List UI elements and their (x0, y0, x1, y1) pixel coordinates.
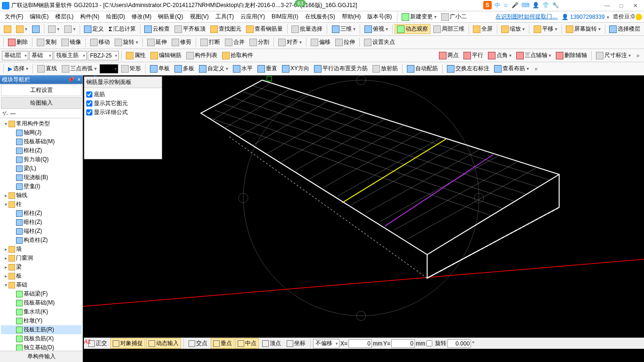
user-id[interactable]: 👤 13907298339 ▾ (561, 14, 609, 20)
perpendicular-snap[interactable]: 垂点 (211, 338, 234, 349)
tree-node[interactable]: ▸墙 (1, 245, 82, 254)
menu-floor[interactable]: 楼层(L) (52, 12, 76, 22)
extend-button[interactable]: 延伸 (145, 37, 169, 47)
custom-button[interactable]: 自定义▾ (197, 64, 230, 74)
coin-balance[interactable]: 造价豆:0 (613, 13, 642, 21)
ime-emoji-icon[interactable]: ☺ (503, 2, 509, 8)
menu-help[interactable]: 帮助(H) (339, 12, 364, 22)
flat-roof-button[interactable]: 平齐板顶 (173, 24, 207, 34)
edit-rebar-button[interactable]: 编辑钢筋 (149, 50, 183, 60)
ime-wrench-icon[interactable]: 🔧 (552, 2, 559, 8)
notification-badge[interactable]: 63 (295, 0, 306, 7)
menu-file[interactable]: 文件(F) (2, 12, 26, 22)
menu-draw[interactable]: 绘图(D) (103, 12, 128, 22)
edge-force-button[interactable]: 平行边布置受力筋 (312, 64, 370, 74)
object-snap-toggle[interactable]: 对象捕捉 (110, 338, 145, 349)
opt-show-formula[interactable]: 显示详细公式 (86, 108, 160, 117)
two-point-button[interactable]: 两点 (437, 50, 461, 60)
menu-online[interactable]: 在线服务(S) (302, 12, 338, 22)
tree-node[interactable]: 壁龛(I) (1, 182, 82, 191)
color-dropdown[interactable] (99, 64, 118, 74)
offset-button[interactable]: 偏移 (309, 37, 332, 47)
y-input[interactable] (391, 339, 415, 348)
undo-button[interactable]: ▾ (46, 25, 61, 34)
tree-node[interactable]: ▸轴线 (1, 191, 82, 200)
delete-aux-button[interactable]: 删除辅轴 (554, 50, 589, 60)
tree-node[interactable]: 筏板负筋(X) (1, 334, 82, 343)
sogou-icon[interactable]: S (483, 1, 492, 9)
view3d-button[interactable]: 三维▾ (330, 24, 357, 34)
rotate-check[interactable]: 旋转 (426, 339, 446, 347)
tree-node[interactable]: 现浇板(B) (1, 173, 82, 182)
properties-button[interactable]: 属性 (124, 50, 148, 60)
tree-node[interactable]: 独立基础(D) (1, 343, 82, 351)
batch-select-button[interactable]: 批量选择 (289, 24, 324, 34)
member-list-button[interactable]: 构件列表 (184, 50, 219, 60)
xy-direction-button[interactable]: XY方向 (280, 64, 311, 74)
maximize-button[interactable]: □ (619, 2, 624, 9)
tree-node[interactable]: 框柱(Z) (1, 209, 82, 218)
ime-mic-icon[interactable]: 🎤 (512, 2, 519, 8)
three-point-aux-button[interactable]: 三点辅轴▾ (514, 50, 553, 60)
coord-snap[interactable]: 坐标 (284, 338, 308, 349)
expand-icon[interactable]: ⁺⁄₋ (2, 110, 8, 117)
redo-button[interactable]: ▾ (62, 25, 77, 34)
menu-tools[interactable]: 工具(T) (213, 12, 237, 22)
auto-rebar-button[interactable]: 自动配筋 (405, 64, 440, 74)
tree-node[interactable]: 端柱(Z) (1, 227, 82, 236)
align-button[interactable]: 对齐▾ (276, 37, 304, 47)
rect-button[interactable]: 矩形 (119, 64, 143, 74)
offset-mode-dropdown[interactable]: 不偏移 (313, 339, 339, 348)
frontview-button[interactable]: 俯视▾ (363, 24, 390, 34)
intersect-snap[interactable]: 交点 (186, 338, 210, 349)
new-change-button[interactable]: 新建变更▾ (400, 12, 438, 22)
menu-cloud[interactable]: 云应用(Y) (238, 12, 268, 22)
parallel-button[interactable]: 平行 (462, 50, 485, 60)
opt-show-other[interactable]: 显示其它图元 (86, 99, 160, 108)
arc-button[interactable]: 三点画弧▾ (60, 64, 99, 74)
tree-node[interactable]: 轴网(J) (1, 128, 82, 137)
move-button[interactable]: 移动 (88, 37, 112, 47)
dimension-button[interactable]: 尺寸标注▾ (594, 50, 633, 60)
ime-shirt-icon[interactable]: 👕 (542, 2, 549, 8)
tree-node[interactable]: 筏板基础(M) (1, 298, 82, 307)
zoom-button[interactable]: 缩放▾ (499, 24, 527, 34)
x-input[interactable] (348, 339, 372, 348)
dynamic-observe-button[interactable]: 动态观察 (395, 24, 430, 34)
point-angle-button[interactable]: 点角▾ (486, 50, 513, 60)
tree-node[interactable]: ▾常用构件类型 (1, 119, 82, 128)
pin-icon[interactable]: 📌 (67, 76, 74, 83)
single-board-button[interactable]: 单板 (148, 64, 172, 74)
delete-button[interactable]: 删除 (6, 37, 30, 47)
rotate-button[interactable]: 旋转▾ (113, 37, 140, 47)
line-button[interactable]: 直线 (35, 64, 59, 74)
floor-dropdown[interactable]: 基础层 (2, 51, 28, 60)
draw-input-tab[interactable]: 绘图输入 (1, 97, 82, 109)
code-dropdown[interactable]: FBZJ-25 (88, 51, 119, 60)
tree-node[interactable]: ▸梁 (1, 263, 82, 272)
panel-close-icon[interactable]: × (77, 76, 81, 83)
tree-node[interactable]: 集水坑(K) (1, 307, 82, 316)
set-grip-button[interactable]: 设置夹点 (362, 37, 397, 47)
mirror-button[interactable]: 镜像 (59, 37, 83, 47)
single-member-tab[interactable]: 单构件输入 (0, 351, 83, 362)
menu-member[interactable]: 构件(N) (77, 12, 102, 22)
merge-button[interactable]: 合并 (223, 37, 247, 47)
menu-view[interactable]: 视图(V) (187, 12, 212, 22)
define-button[interactable]: 定义 (82, 24, 106, 34)
break-button[interactable]: 打断 (198, 37, 222, 47)
opt-bottom-rebar[interactable]: 底筋 (86, 90, 160, 99)
minimize-button[interactable]: — (604, 2, 610, 9)
new-button[interactable] (2, 25, 13, 34)
swap-lr-button[interactable]: 交换左右标注 (445, 64, 491, 74)
vertex-snap[interactable]: 顶点 (260, 338, 283, 349)
pick-member-button[interactable]: 拾取构件 (220, 50, 255, 60)
array-button[interactable]: 拉伸 (333, 37, 357, 47)
radial-button[interactable]: 放射筋 (371, 64, 400, 74)
help-link[interactable]: 在识别图时如何提取门… (495, 13, 558, 21)
screen-rotate-button[interactable]: 屏幕旋转▾ (564, 24, 603, 34)
toolbar-overflow[interactable]: » (634, 52, 642, 59)
menu-modify[interactable]: 修改(M) (129, 12, 154, 22)
select-floor-button[interactable]: 选择楼层 (607, 24, 642, 34)
rotate-input[interactable] (447, 339, 471, 348)
